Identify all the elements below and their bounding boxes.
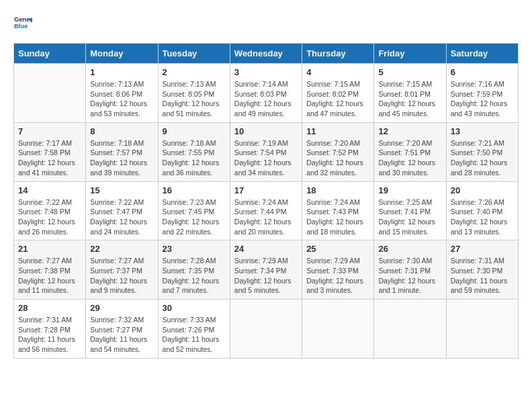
day-info: Sunrise: 7:15 AM Sunset: 8:01 PM Dayligh…	[378, 79, 441, 119]
day-cell: 30Sunrise: 7:33 AM Sunset: 7:26 PM Dayli…	[158, 300, 230, 359]
day-cell: 10Sunrise: 7:19 AM Sunset: 7:54 PM Dayli…	[230, 122, 302, 181]
day-cell: 7Sunrise: 7:17 AM Sunset: 7:58 PM Daylig…	[14, 122, 86, 181]
day-cell	[302, 300, 374, 359]
day-info: Sunrise: 7:29 AM Sunset: 7:34 PM Dayligh…	[234, 256, 298, 295]
week-row-4: 21Sunrise: 7:27 AM Sunset: 7:38 PM Dayli…	[14, 240, 519, 300]
day-cell: 18Sunrise: 7:24 AM Sunset: 7:43 PM Dayli…	[302, 181, 374, 240]
day-cell: 29Sunrise: 7:32 AM Sunset: 7:27 PM Dayli…	[86, 300, 158, 359]
day-cell: 22Sunrise: 7:27 AM Sunset: 7:37 PM Dayli…	[86, 240, 158, 300]
day-number: 21	[18, 244, 81, 254]
day-number: 11	[306, 126, 369, 136]
day-number: 25	[306, 244, 369, 254]
day-number: 24	[234, 244, 298, 254]
day-cell: 12Sunrise: 7:20 AM Sunset: 7:51 PM Dayli…	[374, 122, 446, 181]
day-cell: 13Sunrise: 7:21 AM Sunset: 7:50 PM Dayli…	[446, 122, 518, 181]
day-cell: 9Sunrise: 7:18 AM Sunset: 7:55 PM Daylig…	[158, 122, 230, 181]
day-number: 1	[90, 67, 153, 77]
day-info: Sunrise: 7:29 AM Sunset: 7:33 PM Dayligh…	[306, 256, 369, 295]
day-cell: 26Sunrise: 7:30 AM Sunset: 7:31 PM Dayli…	[374, 240, 446, 300]
week-row-2: 7Sunrise: 7:17 AM Sunset: 7:58 PM Daylig…	[14, 122, 519, 181]
day-info: Sunrise: 7:20 AM Sunset: 7:52 PM Dayligh…	[306, 138, 369, 178]
day-cell: 20Sunrise: 7:26 AM Sunset: 7:40 PM Dayli…	[446, 181, 518, 240]
day-cell: 27Sunrise: 7:31 AM Sunset: 7:30 PM Dayli…	[446, 240, 518, 300]
day-number: 19	[378, 185, 441, 195]
calendar-table: SundayMondayTuesdayWednesdayThursdayFrid…	[13, 43, 519, 359]
day-info: Sunrise: 7:27 AM Sunset: 7:38 PM Dayligh…	[18, 256, 81, 295]
day-number: 30	[163, 303, 226, 313]
day-number: 7	[18, 126, 81, 136]
week-row-5: 28Sunrise: 7:31 AM Sunset: 7:28 PM Dayli…	[14, 300, 519, 359]
day-cell: 4Sunrise: 7:15 AM Sunset: 8:02 PM Daylig…	[302, 64, 374, 123]
weekday-header-sunday: Sunday	[14, 44, 86, 64]
day-cell	[374, 300, 446, 359]
day-info: Sunrise: 7:22 AM Sunset: 7:47 PM Dayligh…	[90, 197, 153, 237]
day-info: Sunrise: 7:19 AM Sunset: 7:54 PM Dayligh…	[234, 138, 298, 178]
day-number: 3	[234, 67, 298, 77]
day-cell: 5Sunrise: 7:15 AM Sunset: 8:01 PM Daylig…	[374, 64, 446, 123]
day-number: 15	[90, 185, 153, 195]
day-number: 6	[451, 67, 514, 77]
day-info: Sunrise: 7:31 AM Sunset: 7:28 PM Dayligh…	[18, 315, 81, 355]
day-number: 4	[306, 67, 369, 77]
day-cell: 23Sunrise: 7:28 AM Sunset: 7:35 PM Dayli…	[158, 240, 230, 300]
day-info: Sunrise: 7:25 AM Sunset: 7:41 PM Dayligh…	[378, 197, 441, 237]
day-cell: 24Sunrise: 7:29 AM Sunset: 7:34 PM Dayli…	[230, 240, 302, 300]
day-info: Sunrise: 7:13 AM Sunset: 8:06 PM Dayligh…	[90, 79, 153, 119]
day-info: Sunrise: 7:21 AM Sunset: 7:50 PM Dayligh…	[451, 138, 514, 178]
day-cell: 3Sunrise: 7:14 AM Sunset: 8:03 PM Daylig…	[230, 64, 302, 123]
day-info: Sunrise: 7:17 AM Sunset: 7:58 PM Dayligh…	[18, 138, 81, 178]
day-info: Sunrise: 7:24 AM Sunset: 7:43 PM Dayligh…	[306, 197, 369, 237]
day-cell: 15Sunrise: 7:22 AM Sunset: 7:47 PM Dayli…	[86, 181, 158, 240]
day-info: Sunrise: 7:24 AM Sunset: 7:44 PM Dayligh…	[234, 197, 298, 237]
day-cell: 11Sunrise: 7:20 AM Sunset: 7:52 PM Dayli…	[302, 122, 374, 181]
day-info: Sunrise: 7:32 AM Sunset: 7:27 PM Dayligh…	[90, 315, 153, 355]
day-info: Sunrise: 7:18 AM Sunset: 7:55 PM Dayligh…	[163, 138, 226, 178]
day-info: Sunrise: 7:26 AM Sunset: 7:40 PM Dayligh…	[451, 197, 514, 237]
logo-icon: General Blue	[13, 13, 32, 32]
day-number: 13	[451, 126, 514, 136]
weekday-header-monday: Monday	[86, 44, 158, 64]
day-cell: 21Sunrise: 7:27 AM Sunset: 7:38 PM Dayli…	[14, 240, 86, 300]
day-info: Sunrise: 7:22 AM Sunset: 7:48 PM Dayligh…	[18, 197, 81, 237]
day-number: 28	[18, 303, 81, 313]
week-row-3: 14Sunrise: 7:22 AM Sunset: 7:48 PM Dayli…	[14, 181, 519, 240]
day-number: 5	[378, 67, 441, 77]
day-info: Sunrise: 7:16 AM Sunset: 7:59 PM Dayligh…	[451, 79, 514, 119]
weekday-header-row: SundayMondayTuesdayWednesdayThursdayFrid…	[14, 44, 519, 64]
day-number: 17	[234, 185, 298, 195]
day-number: 22	[90, 244, 153, 254]
day-cell: 1Sunrise: 7:13 AM Sunset: 8:06 PM Daylig…	[86, 64, 158, 123]
weekday-header-friday: Friday	[374, 44, 446, 64]
day-info: Sunrise: 7:31 AM Sunset: 7:30 PM Dayligh…	[451, 256, 514, 295]
svg-text:Blue: Blue	[14, 23, 28, 30]
day-info: Sunrise: 7:33 AM Sunset: 7:26 PM Dayligh…	[163, 315, 226, 355]
day-cell: 8Sunrise: 7:18 AM Sunset: 7:57 PM Daylig…	[86, 122, 158, 181]
day-info: Sunrise: 7:30 AM Sunset: 7:31 PM Dayligh…	[378, 256, 441, 295]
day-cell: 6Sunrise: 7:16 AM Sunset: 7:59 PM Daylig…	[446, 64, 518, 123]
day-info: Sunrise: 7:20 AM Sunset: 7:51 PM Dayligh…	[378, 138, 441, 178]
day-info: Sunrise: 7:15 AM Sunset: 8:02 PM Dayligh…	[306, 79, 369, 119]
day-number: 8	[90, 126, 153, 136]
day-number: 9	[163, 126, 226, 136]
day-number: 18	[306, 185, 369, 195]
weekday-header-saturday: Saturday	[446, 44, 518, 64]
day-cell	[230, 300, 302, 359]
day-number: 10	[234, 126, 298, 136]
day-cell: 17Sunrise: 7:24 AM Sunset: 7:44 PM Dayli…	[230, 181, 302, 240]
day-number: 27	[451, 244, 514, 254]
day-cell	[14, 64, 86, 123]
day-number: 20	[451, 185, 514, 195]
day-cell	[446, 300, 518, 359]
day-number: 14	[18, 185, 81, 195]
day-cell: 2Sunrise: 7:13 AM Sunset: 8:05 PM Daylig…	[158, 64, 230, 123]
day-info: Sunrise: 7:18 AM Sunset: 7:57 PM Dayligh…	[90, 138, 153, 178]
day-number: 26	[378, 244, 441, 254]
day-info: Sunrise: 7:27 AM Sunset: 7:37 PM Dayligh…	[90, 256, 153, 295]
day-cell: 19Sunrise: 7:25 AM Sunset: 7:41 PM Dayli…	[374, 181, 446, 240]
day-number: 29	[90, 303, 153, 313]
day-info: Sunrise: 7:23 AM Sunset: 7:45 PM Dayligh…	[163, 197, 226, 237]
weekday-header-thursday: Thursday	[302, 44, 374, 64]
day-cell: 16Sunrise: 7:23 AM Sunset: 7:45 PM Dayli…	[158, 181, 230, 240]
day-cell: 14Sunrise: 7:22 AM Sunset: 7:48 PM Dayli…	[14, 181, 86, 240]
day-number: 16	[163, 185, 226, 195]
